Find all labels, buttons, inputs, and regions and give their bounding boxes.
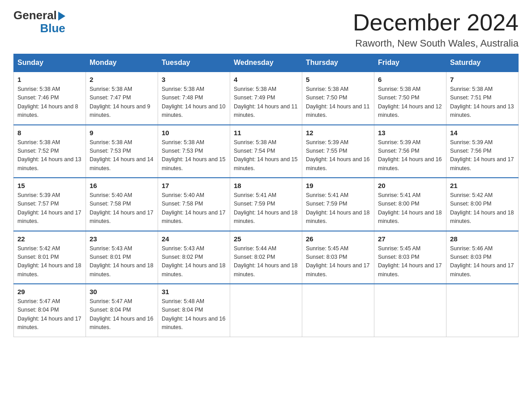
day-info: Sunrise: 5:47 AMSunset: 8:04 PMDaylight:…: [90, 297, 154, 332]
day-info: Sunrise: 5:40 AMSunset: 7:58 PMDaylight:…: [162, 191, 226, 226]
weekday-header-row: SundayMondayTuesdayWednesdayThursdayFrid…: [14, 54, 519, 72]
day-number: 7: [450, 76, 515, 83]
day-info: Sunrise: 5:38 AMSunset: 7:53 PMDaylight:…: [90, 138, 154, 173]
logo: General Blue: [13, 9, 65, 34]
weekday-header-wednesday: Wednesday: [230, 54, 302, 72]
calendar-cell: 12Sunrise: 5:39 AMSunset: 7:55 PMDayligh…: [302, 125, 374, 178]
calendar-subtitle: Raworth, New South Wales, Australia: [353, 38, 519, 49]
calendar-cell: 5Sunrise: 5:38 AMSunset: 7:50 PMDaylight…: [302, 72, 374, 125]
calendar-cell: 16Sunrise: 5:40 AMSunset: 7:58 PMDayligh…: [86, 178, 158, 231]
calendar-cell: 23Sunrise: 5:43 AMSunset: 8:01 PMDayligh…: [86, 231, 158, 284]
calendar-cell: 7Sunrise: 5:38 AMSunset: 7:51 PMDaylight…: [446, 72, 519, 125]
day-info: Sunrise: 5:41 AMSunset: 7:59 PMDaylight:…: [306, 191, 370, 226]
day-number: 29: [17, 288, 82, 295]
day-number: 5: [306, 76, 370, 83]
day-info: Sunrise: 5:42 AMSunset: 8:01 PMDaylight:…: [17, 244, 82, 279]
day-info: Sunrise: 5:39 AMSunset: 7:56 PMDaylight:…: [378, 138, 442, 173]
day-info: Sunrise: 5:46 AMSunset: 8:03 PMDaylight:…: [450, 244, 515, 279]
day-number: 30: [90, 288, 154, 295]
calendar-cell: 8Sunrise: 5:38 AMSunset: 7:52 PMDaylight…: [14, 125, 86, 178]
day-number: 6: [378, 76, 442, 83]
day-info: Sunrise: 5:38 AMSunset: 7:48 PMDaylight:…: [162, 85, 226, 120]
calendar-cell: [446, 284, 519, 337]
day-info: Sunrise: 5:45 AMSunset: 8:03 PMDaylight:…: [378, 244, 442, 279]
calendar-title: December 2024: [353, 9, 519, 36]
day-number: 13: [378, 129, 442, 137]
day-info: Sunrise: 5:41 AMSunset: 7:59 PMDaylight:…: [234, 191, 298, 226]
day-info: Sunrise: 5:38 AMSunset: 7:51 PMDaylight:…: [450, 85, 515, 120]
day-info: Sunrise: 5:38 AMSunset: 7:50 PMDaylight:…: [306, 85, 370, 120]
logo-text-general: General: [13, 9, 57, 22]
day-info: Sunrise: 5:38 AMSunset: 7:52 PMDaylight:…: [17, 138, 82, 173]
page-header: General Blue December 2024 Raworth, New …: [13, 9, 519, 49]
day-info: Sunrise: 5:38 AMSunset: 7:46 PMDaylight:…: [17, 85, 82, 120]
calendar-table: SundayMondayTuesdayWednesdayThursdayFrid…: [13, 54, 519, 337]
day-info: Sunrise: 5:45 AMSunset: 8:03 PMDaylight:…: [306, 244, 370, 279]
week-row-5: 29Sunrise: 5:47 AMSunset: 8:04 PMDayligh…: [14, 284, 519, 337]
day-info: Sunrise: 5:40 AMSunset: 7:58 PMDaylight:…: [90, 191, 154, 226]
calendar-cell: 30Sunrise: 5:47 AMSunset: 8:04 PMDayligh…: [86, 284, 158, 337]
day-info: Sunrise: 5:48 AMSunset: 8:04 PMDaylight:…: [162, 297, 226, 332]
day-info: Sunrise: 5:38 AMSunset: 7:47 PMDaylight:…: [90, 85, 154, 120]
weekday-header-sunday: Sunday: [14, 54, 86, 72]
title-section: December 2024 Raworth, New South Wales, …: [353, 9, 519, 49]
day-number: 19: [306, 182, 370, 189]
calendar-cell: 31Sunrise: 5:48 AMSunset: 8:04 PMDayligh…: [158, 284, 230, 337]
day-number: 21: [450, 182, 515, 189]
calendar-cell: 24Sunrise: 5:43 AMSunset: 8:02 PMDayligh…: [158, 231, 230, 284]
day-info: Sunrise: 5:47 AMSunset: 8:04 PMDaylight:…: [17, 297, 82, 332]
day-number: 28: [450, 235, 515, 243]
calendar-cell: 19Sunrise: 5:41 AMSunset: 7:59 PMDayligh…: [302, 178, 374, 231]
calendar-cell: 29Sunrise: 5:47 AMSunset: 8:04 PMDayligh…: [14, 284, 86, 337]
week-row-2: 8Sunrise: 5:38 AMSunset: 7:52 PMDaylight…: [14, 125, 519, 178]
day-number: 25: [234, 235, 298, 243]
day-info: Sunrise: 5:38 AMSunset: 7:50 PMDaylight:…: [378, 85, 442, 120]
day-number: 8: [17, 129, 82, 137]
day-number: 10: [162, 129, 226, 137]
calendar-cell: 18Sunrise: 5:41 AMSunset: 7:59 PMDayligh…: [230, 178, 302, 231]
day-number: 15: [17, 182, 82, 189]
calendar-cell: 22Sunrise: 5:42 AMSunset: 8:01 PMDayligh…: [14, 231, 86, 284]
day-number: 14: [450, 129, 515, 137]
day-number: 18: [234, 182, 298, 189]
day-number: 17: [162, 182, 226, 189]
weekday-header-monday: Monday: [86, 54, 158, 72]
day-number: 9: [90, 129, 154, 137]
calendar-cell: 21Sunrise: 5:42 AMSunset: 8:00 PMDayligh…: [446, 178, 519, 231]
calendar-cell: 15Sunrise: 5:39 AMSunset: 7:57 PMDayligh…: [14, 178, 86, 231]
calendar-cell: 3Sunrise: 5:38 AMSunset: 7:48 PMDaylight…: [158, 72, 230, 125]
day-number: 2: [90, 76, 154, 83]
logo-text-blue: Blue: [40, 22, 65, 35]
week-row-4: 22Sunrise: 5:42 AMSunset: 8:01 PMDayligh…: [14, 231, 519, 284]
day-number: 16: [90, 182, 154, 189]
day-number: 27: [378, 235, 442, 243]
day-info: Sunrise: 5:41 AMSunset: 8:00 PMDaylight:…: [378, 191, 442, 226]
day-number: 3: [162, 76, 226, 83]
day-info: Sunrise: 5:38 AMSunset: 7:54 PMDaylight:…: [234, 138, 298, 173]
calendar-cell: 14Sunrise: 5:39 AMSunset: 7:56 PMDayligh…: [446, 125, 519, 178]
day-info: Sunrise: 5:43 AMSunset: 8:01 PMDaylight:…: [90, 244, 154, 279]
day-number: 24: [162, 235, 226, 243]
day-info: Sunrise: 5:39 AMSunset: 7:57 PMDaylight:…: [17, 191, 82, 226]
weekday-header-thursday: Thursday: [302, 54, 374, 72]
day-info: Sunrise: 5:38 AMSunset: 7:49 PMDaylight:…: [234, 85, 298, 120]
logo-triangle-icon: [58, 12, 65, 21]
week-row-3: 15Sunrise: 5:39 AMSunset: 7:57 PMDayligh…: [14, 178, 519, 231]
day-info: Sunrise: 5:39 AMSunset: 7:55 PMDaylight:…: [306, 138, 370, 173]
calendar-cell: 17Sunrise: 5:40 AMSunset: 7:58 PMDayligh…: [158, 178, 230, 231]
day-number: 23: [90, 235, 154, 243]
calendar-cell: 20Sunrise: 5:41 AMSunset: 8:00 PMDayligh…: [374, 178, 446, 231]
calendar-cell: 28Sunrise: 5:46 AMSunset: 8:03 PMDayligh…: [446, 231, 519, 284]
calendar-cell: [230, 284, 302, 337]
calendar-cell: 1Sunrise: 5:38 AMSunset: 7:46 PMDaylight…: [14, 72, 86, 125]
calendar-cell: 10Sunrise: 5:38 AMSunset: 7:53 PMDayligh…: [158, 125, 230, 178]
day-info: Sunrise: 5:44 AMSunset: 8:02 PMDaylight:…: [234, 244, 298, 279]
day-number: 1: [17, 76, 82, 83]
day-number: 22: [17, 235, 82, 243]
calendar-cell: 11Sunrise: 5:38 AMSunset: 7:54 PMDayligh…: [230, 125, 302, 178]
weekday-header-tuesday: Tuesday: [158, 54, 230, 72]
day-number: 31: [162, 288, 226, 295]
weekday-header-saturday: Saturday: [446, 54, 519, 72]
calendar-cell: [374, 284, 446, 337]
calendar-cell: 9Sunrise: 5:38 AMSunset: 7:53 PMDaylight…: [86, 125, 158, 178]
